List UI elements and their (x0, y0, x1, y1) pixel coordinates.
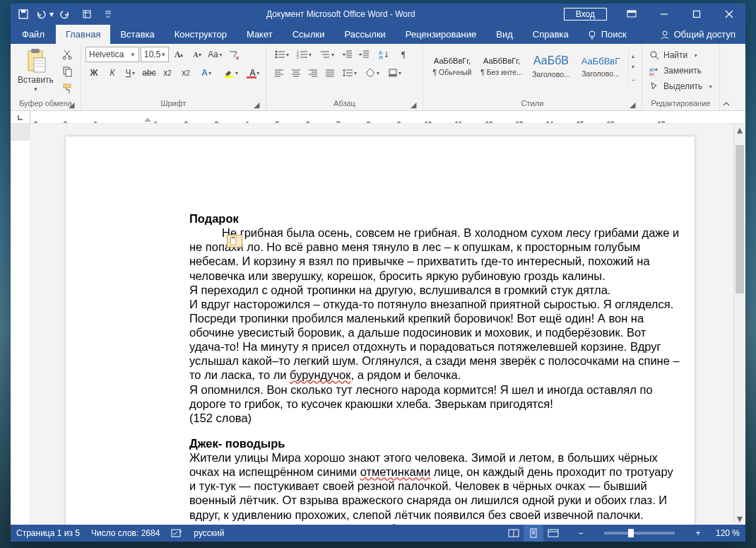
increase-indent-button[interactable] (355, 47, 372, 62)
shrink-font-button[interactable]: A▾ (189, 47, 206, 62)
copy-button[interactable] (59, 64, 75, 79)
tab-home[interactable]: Главная (56, 25, 110, 44)
tab-help[interactable]: Справка (523, 25, 579, 44)
page[interactable]: Подарок Не грибная была осень, совсем не… (66, 136, 695, 525)
styles-launcher[interactable]: ◢ (627, 100, 637, 110)
word-count[interactable]: Число слов: 2684 (91, 528, 160, 538)
sort-button[interactable]: AЯ (372, 47, 395, 62)
svg-rect-5 (694, 11, 700, 18)
find-button[interactable]: Найти▼ (646, 48, 716, 62)
align-right-button[interactable] (305, 65, 321, 81)
tab-insert[interactable]: Вставка (110, 25, 164, 44)
font-size-combo[interactable]: 10,5▼ (141, 47, 169, 62)
ribbon: Вставить ▼ Буфер обмена◢ Helvetica▼ 10,5… (11, 44, 745, 111)
format-painter-button[interactable] (59, 81, 75, 96)
cut-button[interactable] (59, 47, 75, 62)
language-indicator[interactable]: русский (194, 528, 224, 538)
style-3[interactable]: АаБбВвГЗаголово... (576, 47, 625, 86)
login-button[interactable]: Вход (564, 8, 607, 21)
horizontal-ruler[interactable]: 321 1234 5678 9101112 13141516 17 (11, 111, 745, 124)
scrollbar-thumb[interactable] (736, 145, 744, 293)
svg-rect-9 (31, 49, 40, 53)
text-effects-button[interactable]: A▼ (196, 65, 218, 81)
superscript-button[interactable]: x2 (177, 65, 194, 81)
replace-button[interactable]: abacЗаменить (646, 64, 716, 78)
save-button[interactable] (13, 4, 33, 24)
svg-rect-54 (531, 529, 536, 537)
svg-rect-10 (34, 58, 45, 72)
zoom-slider[interactable] (604, 532, 675, 535)
tab-view[interactable]: Вид (486, 25, 523, 44)
vertical-ruler[interactable] (11, 124, 30, 525)
tab-selector[interactable] (11, 111, 30, 123)
font-launcher[interactable]: ◢ (252, 100, 261, 110)
font-color-button[interactable]: A▼ (244, 65, 266, 81)
maximize-button[interactable] (680, 4, 713, 25)
font-name-combo[interactable]: Helvetica▼ (85, 47, 139, 62)
select-button[interactable]: Выделить▼ (646, 79, 716, 93)
tab-review[interactable]: Рецензирование (396, 25, 486, 44)
subscript-button[interactable]: x2 (159, 65, 176, 81)
svg-rect-2 (83, 11, 90, 18)
clipboard-launcher[interactable]: ◢ (66, 100, 76, 110)
group-font-label: Шрифт (160, 99, 186, 107)
web-layout-button[interactable] (543, 525, 563, 542)
page-indicator[interactable]: Страница 1 из 5 (16, 528, 80, 538)
tab-file[interactable]: Файл (11, 25, 56, 44)
shading-button[interactable]: ▼ (361, 65, 384, 81)
strikethrough-button[interactable]: abc (141, 65, 158, 81)
undo-button[interactable]: ▾ (35, 4, 54, 24)
style-1[interactable]: АаБбВвГг,¶ Без инте... (477, 47, 526, 86)
zoom-out-button[interactable]: − (574, 528, 587, 538)
document-scroll[interactable]: Подарок Не грибная была осень, совсем не… (30, 124, 733, 525)
minimize-button[interactable] (648, 4, 680, 25)
line-spacing-button[interactable]: ▼ (338, 65, 361, 81)
share-button[interactable]: Общий доступ (650, 25, 745, 44)
paragraph-launcher[interactable]: ◢ (408, 100, 418, 110)
tab-references[interactable]: Ссылки (283, 25, 335, 44)
zoom-level[interactable]: 120 % (716, 528, 740, 538)
spellcheck-button[interactable] (171, 528, 182, 538)
borders-button[interactable]: ▼ (384, 65, 406, 81)
tellme-search[interactable]: Поиск (579, 25, 635, 44)
grow-font-button[interactable]: A▴ (170, 47, 187, 62)
style-0[interactable]: АаБбВвГг,¶ Обычный (427, 47, 477, 86)
paste-button[interactable]: Вставить ▼ (15, 47, 57, 94)
close-button[interactable] (713, 4, 745, 25)
highlight-button[interactable]: ▼ (220, 65, 242, 81)
ribbon-display-options[interactable] (615, 4, 648, 25)
scroll-down-button[interactable]: ▾ (734, 513, 745, 525)
qat-item[interactable] (77, 4, 97, 24)
body-text: Я переходил с одной тропинки на другую, … (189, 283, 680, 297)
group-styles-label: Стили (521, 99, 544, 107)
underline-button[interactable]: Ч▼ (122, 65, 139, 81)
tab-mailings[interactable]: Рассылки (334, 25, 395, 44)
decrease-indent-button[interactable] (338, 47, 355, 62)
show-marks-button[interactable]: ¶ (395, 47, 412, 62)
print-layout-button[interactable] (524, 525, 543, 542)
change-case-button[interactable]: Aa▼ (207, 47, 224, 62)
numbering-button[interactable]: 123▼ (293, 47, 316, 62)
style-2[interactable]: АаБбВЗаголово... (526, 47, 576, 86)
scroll-up-button[interactable]: ▴ (734, 124, 745, 136)
tab-design[interactable]: Конструктор (165, 25, 237, 44)
qat-customize[interactable] (98, 4, 118, 24)
clear-formatting-button[interactable] (225, 47, 242, 62)
justify-button[interactable] (321, 65, 338, 81)
align-center-button[interactable] (288, 65, 305, 81)
bold-button[interactable]: Ж (85, 65, 102, 81)
statusbar: Страница 1 из 5 Число слов: 2684 русский… (11, 525, 745, 542)
read-mode-button[interactable] (504, 525, 524, 542)
collapse-ribbon-button[interactable] (720, 44, 733, 110)
bullets-button[interactable]: ▼ (271, 47, 293, 62)
svg-rect-55 (548, 530, 558, 537)
vertical-scrollbar[interactable]: ▴ ▾ (733, 124, 745, 525)
italic-button[interactable]: К (104, 65, 121, 81)
redo-button[interactable] (56, 4, 76, 24)
zoom-in-button[interactable]: + (692, 528, 704, 538)
tab-layout[interactable]: Макет (237, 25, 283, 44)
styles-more-button[interactable]: ▴▾⎯ (628, 47, 637, 86)
align-left-button[interactable] (271, 65, 288, 81)
multilevel-list-button[interactable]: ▼ (316, 47, 338, 62)
paste-options-button[interactable] (227, 235, 242, 247)
